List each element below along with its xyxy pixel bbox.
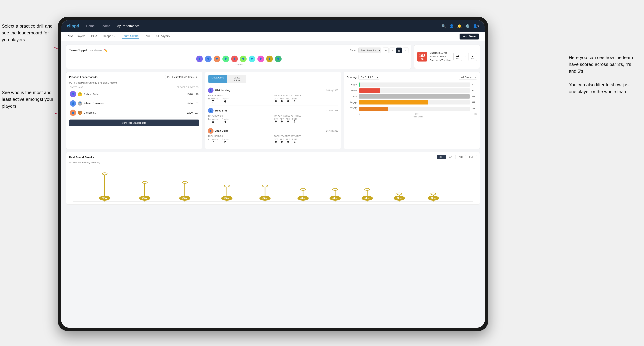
nav-home[interactable]: Home [86, 24, 95, 28]
total-practice-label-1: Total Practice Activities [274, 95, 338, 97]
show-label: Show: [350, 49, 357, 52]
yds-label-2: yds [471, 57, 474, 59]
bar-chart: Eagles 3 Birdies 96 [347, 82, 477, 118]
show-select[interactable]: Last 3 months Last 6 months Last year [358, 47, 381, 53]
scoring-player-filter-select[interactable]: All Players [459, 75, 477, 80]
practice-label-1: Practice [222, 98, 228, 100]
tournament-label-1: Tournament [208, 98, 218, 100]
streaks-chart: 7x 6x 6x [72, 167, 473, 202]
activity-tab-most-active[interactable]: Most Active [208, 75, 227, 83]
practice-val-1: 6 [222, 100, 228, 103]
player-avatar-1[interactable]: 👤 [196, 55, 203, 63]
nav-my-performance[interactable]: My Performance [116, 24, 140, 28]
lb-row-2: 👤 🥈 Edward Crossman 18/20 107 [69, 99, 199, 108]
player-avatar-9[interactable]: 👤 [266, 55, 273, 63]
bar-label-dbogeys: D. Bogeys + [347, 106, 357, 111]
bar-row-bogeys: Bogeys 311 [347, 100, 477, 105]
lb-subtitle: PUTT Must Make Putting (3-6 ft), Last 3 … [69, 81, 199, 84]
subnav-pgat-players[interactable]: PGAT Players [67, 34, 86, 39]
view-sort-btn[interactable]: ↕ [403, 47, 408, 53]
bar-label-pars: Pars [347, 95, 357, 98]
putt-label-1: PUTT [292, 98, 297, 100]
player-avatar-6[interactable]: 👤 [240, 55, 247, 63]
scoring-header: Scoring Par 3, 4 & 5s Par 3s Par 4s Par … [347, 75, 477, 80]
chevron-down-icon: ▾ [196, 76, 197, 78]
total-rounds-label-2: Total Rounds [208, 115, 272, 117]
subnav-team-clippd[interactable]: Team Clippd [122, 34, 139, 39]
activity-avatar-2: 👤 [208, 108, 214, 113]
subnav-all-players[interactable]: All Players [156, 34, 170, 39]
ott-val-3: 0 [274, 140, 278, 144]
shot-end-lie: End Lie: In The Hole [430, 58, 450, 62]
player-avatar-7[interactable]: 👤 [248, 55, 256, 63]
streaks-filter-arg[interactable]: ARG [457, 155, 466, 159]
view-full-leaderboard-button[interactable]: View Full Leaderboard [69, 120, 199, 126]
view-detail-btn[interactable]: ▦ [396, 47, 402, 53]
player-avatar-4[interactable]: 👤 [222, 55, 230, 63]
svg-text:5x: 5x [224, 197, 230, 199]
subnav-hcaps[interactable]: Hcaps 1-5 [103, 34, 116, 39]
yds-separator: → [464, 55, 467, 59]
bell-icon[interactable]: 🔔 [457, 24, 462, 28]
bar-fill-bogeys [359, 100, 428, 105]
view-list-btn[interactable]: ≡ [390, 47, 395, 53]
bar-label-birdies: Birdies [347, 89, 357, 92]
activity-player-1: 👤 Blair McHarg 26 Aug 2023 Total Rounds … [208, 85, 338, 106]
add-team-button[interactable]: Add Team [460, 33, 479, 39]
edit-icon[interactable]: ✏️ [104, 49, 108, 52]
shot-yds: 16 yds → 0 yds [454, 53, 477, 61]
lb-dropdown-btn[interactable]: PUTT Must Make Putting ... ▾ [165, 75, 199, 79]
player-avatar-8[interactable]: 👤 [257, 55, 264, 63]
total-rounds-label-1: Total Rounds [208, 95, 272, 97]
tablet-frame: clippd Home Teams My Performance 🔍 👤 🔔 ⚙… [58, 16, 488, 331]
yds-label-1: yds [456, 57, 459, 59]
user-avatar-icon[interactable]: 👤▾ [473, 24, 479, 28]
annotation-3-line2: You can also filter to show just one pla… [569, 82, 630, 94]
lb-card-title: Practice Leaderboards [69, 75, 98, 78]
activity-avatar-3: 👤 [208, 128, 214, 134]
lb-rank-2: 🥈 [78, 101, 82, 106]
nav-logo: clippd [67, 23, 79, 28]
lb-avg-3: 103 [194, 111, 198, 114]
streaks-filter-ott[interactable]: OTT [437, 155, 446, 159]
streaks-filter-putt[interactable]: PUTT [467, 155, 477, 159]
shot-badge-sub: SC [419, 58, 426, 60]
bar-value-bogeys: 311 [472, 101, 477, 104]
bar-track-eagles [359, 82, 470, 87]
nav-links: Home Teams My Performance [86, 24, 442, 28]
svg-text:7x: 7x [102, 197, 108, 199]
lb-avatar-3: 👤 [70, 110, 76, 116]
svg-text:3x: 3x [431, 197, 436, 199]
view-grid-btn[interactable]: ⊞ [383, 47, 388, 53]
activity-tabs: Most Active Least Active [208, 75, 246, 83]
axis-200: 200 [415, 113, 418, 115]
player-avatar-10[interactable]: 👤 [274, 55, 282, 63]
streaks-filters: OTT APP ARG PUTT [437, 155, 477, 159]
activity-card-header: Most Active Least Active [208, 75, 338, 83]
ott-label-3: OTT [274, 138, 278, 140]
settings-icon[interactable]: ⚙️ [465, 24, 470, 28]
nav-teams[interactable]: Teams [101, 24, 110, 28]
putt-val-1: 1 [292, 100, 297, 103]
player-avatar-2[interactable]: 👤 [204, 55, 212, 63]
annotation-3-line1: Here you can see how the team have score… [569, 55, 633, 74]
streaks-header: Best Round Streaks OTT APP ARG PUTT [69, 155, 477, 159]
streaks-card: Best Round Streaks OTT APP ARG PUTT Off … [66, 152, 480, 205]
player-avatar-5[interactable]: 👤 [231, 55, 238, 63]
annotation-2: See who is the most and least active amo… [2, 89, 56, 110]
search-icon[interactable]: 🔍 [442, 24, 446, 28]
profile-icon[interactable]: 👤 [450, 24, 454, 28]
streaks-filter-app[interactable]: APP [447, 155, 456, 159]
subnav-tour[interactable]: Tour [144, 34, 150, 39]
lb-avg-2: 107 [194, 102, 198, 105]
activity-tab-least-active[interactable]: Least Active [228, 75, 246, 83]
tournament-val-1: 7 [208, 100, 218, 103]
svg-text:3x: 3x [396, 197, 402, 199]
activities-1: OTT0 APP0 ARG0 PUTT1 [274, 98, 338, 103]
subnav-pga[interactable]: PGA [91, 34, 97, 39]
bar-label-eagles: Eagles [347, 83, 357, 86]
practice-val-3: 2 [222, 140, 228, 144]
player-avatar-3[interactable]: 👤 [213, 55, 221, 63]
scoring-filter-select[interactable]: Par 3, 4 & 5s Par 3s Par 4s Par 5s [358, 75, 379, 80]
lb-name-3: Cameron... [84, 111, 185, 114]
